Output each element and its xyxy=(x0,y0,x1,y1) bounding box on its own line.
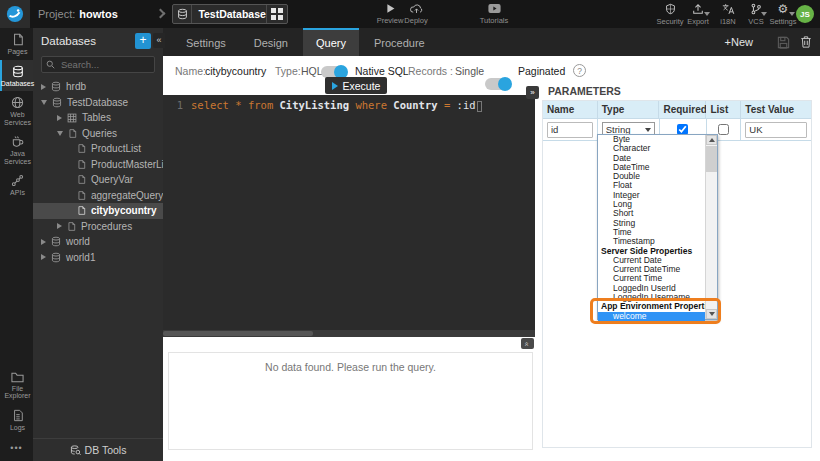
dropdown-option[interactable]: Current Time xyxy=(598,274,705,283)
tree-item-world1[interactable]: world1 xyxy=(33,250,163,266)
rail-item-web-services[interactable]: Web Services xyxy=(0,91,33,130)
tab-settings[interactable]: Settings xyxy=(173,28,239,56)
db-tools-button[interactable]: DB Tools xyxy=(33,438,163,461)
collapse-parameters-button[interactable]: » xyxy=(526,86,539,99)
deploy-button[interactable]: Deploy xyxy=(396,3,436,25)
scrollbar-thumb[interactable] xyxy=(706,146,717,172)
database-icon xyxy=(12,65,24,78)
editor-hscrollbar[interactable] xyxy=(163,330,535,337)
dropdown-option[interactable]: LoggedIn UserId xyxy=(598,284,705,293)
rail-item-databases[interactable]: Databases xyxy=(0,60,33,92)
records-toggle[interactable] xyxy=(485,78,511,90)
help-icon[interactable]: ? xyxy=(573,64,586,77)
dropdown-option[interactable]: Short xyxy=(598,209,705,218)
records-option-single[interactable]: Single xyxy=(455,65,484,77)
expander-collapsed-icon[interactable] xyxy=(57,115,62,121)
sidebar-title: Databases xyxy=(41,35,96,47)
tree-item-world[interactable]: world xyxy=(33,234,163,250)
tree-item-citybycountry[interactable]: citybycountry xyxy=(33,203,163,219)
dropdown-option[interactable]: Byte xyxy=(598,135,705,144)
param-testvalue-input[interactable] xyxy=(745,122,807,138)
records-option-paginated[interactable]: Paginated xyxy=(518,65,565,77)
tree-item-productlist[interactable]: ProductList xyxy=(33,141,163,157)
avatar-initials: JS xyxy=(800,10,810,19)
expander-collapsed-icon[interactable] xyxy=(57,223,62,229)
db-tools-label: DB Tools xyxy=(85,444,127,456)
dropdown-option[interactable]: String xyxy=(598,219,705,228)
tree-item-label: ProductList xyxy=(91,143,141,154)
scroll-down-icon[interactable] xyxy=(706,309,717,319)
database-selector[interactable]: TestDatabase xyxy=(172,4,288,24)
main-area: Settings Design Query Procedure +New Nam… xyxy=(163,28,820,461)
settings-caret-icon[interactable] xyxy=(789,12,795,16)
file-icon xyxy=(77,143,86,154)
rail-item-pages[interactable]: Pages xyxy=(0,28,33,60)
dropdown-option[interactable]: DateTime xyxy=(598,163,705,172)
tree-item-procedures[interactable]: Procedures xyxy=(33,219,163,235)
collapse-sidebar-button[interactable]: « xyxy=(153,33,165,48)
scrollbar-thumb[interactable] xyxy=(163,331,313,336)
expander-collapsed-icon[interactable] xyxy=(41,254,46,260)
rail-item-logs[interactable]: Logs xyxy=(0,404,33,436)
sql-editor[interactable]: 1 select * from CityListing where Countr… xyxy=(163,95,535,337)
tab-procedure[interactable]: Procedure xyxy=(361,28,438,56)
rail-item-java-services[interactable]: Java Services xyxy=(0,130,33,169)
databases-sidebar: Databases + hrdb TestDatabase Tables Que… xyxy=(33,28,163,461)
globe-icon xyxy=(11,96,24,109)
dropdown-option[interactable]: Current Date xyxy=(598,256,705,265)
expander-expanded-icon[interactable] xyxy=(41,100,47,105)
dropdown-option[interactable]: Current DateTime xyxy=(598,265,705,274)
column-header-list: List xyxy=(706,101,741,119)
tree-item-testdatabase[interactable]: TestDatabase xyxy=(33,95,163,111)
database-icon xyxy=(52,97,62,108)
search-input[interactable] xyxy=(59,58,150,71)
type-option-nativesql[interactable]: Native SQL xyxy=(355,65,409,77)
tree-item-tables[interactable]: Tables xyxy=(33,110,163,126)
tree-item-aggregatequery[interactable]: aggregateQuery xyxy=(33,188,163,204)
user-avatar[interactable]: JS xyxy=(796,5,814,23)
expander-collapsed-icon[interactable] xyxy=(41,84,46,90)
tree-item-queries[interactable]: Queries xyxy=(33,126,163,142)
app-logo[interactable] xyxy=(0,0,30,28)
dropdown-option[interactable]: Float xyxy=(598,181,705,190)
tree-item-productmasterlist[interactable]: ProductMasterList xyxy=(33,157,163,173)
add-database-button[interactable]: + xyxy=(135,33,151,49)
dropdown-group-header: Server Side Properties xyxy=(598,247,705,256)
dropdown-option[interactable]: Character xyxy=(598,144,705,153)
expander-expanded-icon[interactable] xyxy=(57,131,63,136)
save-icon[interactable] xyxy=(777,36,790,49)
dropdown-option[interactable]: Double xyxy=(598,172,705,181)
dropdown-option[interactable]: Integer xyxy=(598,191,705,200)
type-option-hql[interactable]: HQL xyxy=(301,65,323,77)
tab-design[interactable]: Design xyxy=(241,28,301,56)
dropdown-option[interactable]: Time xyxy=(598,228,705,237)
sidebar-search[interactable] xyxy=(41,56,155,73)
expander-collapsed-icon[interactable] xyxy=(41,239,46,245)
dropdown-option[interactable]: Long xyxy=(598,200,705,209)
execute-button[interactable]: Execute xyxy=(325,77,387,94)
dropdown-scrollbar[interactable] xyxy=(705,135,717,319)
delete-icon[interactable] xyxy=(800,35,812,49)
tab-label: Procedure xyxy=(374,37,425,49)
scroll-up-icon[interactable] xyxy=(706,135,717,145)
dropdown-option[interactable]: Date xyxy=(598,154,705,163)
param-name-input[interactable] xyxy=(547,122,593,138)
dropdown-option-selected[interactable]: welcome xyxy=(598,312,705,321)
collapse-results-button[interactable]: » xyxy=(521,338,534,349)
tutorials-button[interactable]: Tutorials xyxy=(474,3,514,25)
rail-item-apis[interactable]: APIs xyxy=(0,169,33,201)
wavemaker-logo-icon xyxy=(6,5,24,23)
column-header-required: Required xyxy=(659,101,706,119)
rail-item-file-explorer[interactable]: File Explorer xyxy=(0,366,33,404)
database-icon xyxy=(173,5,192,23)
sql-code-line[interactable]: select * from CityListing where Country … xyxy=(191,99,482,114)
tree-item-queryvar[interactable]: QueryVar xyxy=(33,172,163,188)
tree-item-hrdb[interactable]: hrdb xyxy=(33,79,163,95)
project-name[interactable]: howtos xyxy=(79,8,118,20)
rail-more-button[interactable]: ••• xyxy=(0,435,33,461)
tab-query[interactable]: Query xyxy=(303,28,359,56)
new-query-button[interactable]: +New xyxy=(725,36,753,48)
grid-icon[interactable] xyxy=(266,5,287,23)
column-header-name: Name xyxy=(543,101,598,119)
param-list-checkbox[interactable] xyxy=(718,124,729,135)
